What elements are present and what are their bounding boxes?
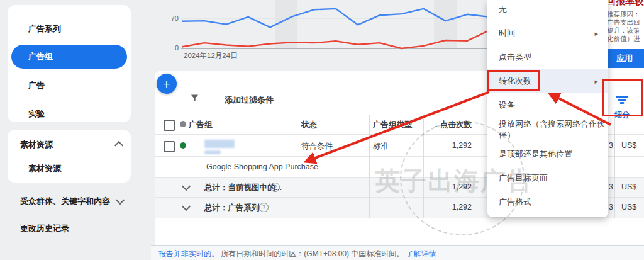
cell-clicks: 1,292 [415, 203, 472, 212]
column-header-status[interactable]: 状态 [301, 120, 317, 130]
sidebar-item-experiments[interactable]: 实验 [28, 108, 45, 120]
submenu-arrow-icon: ▸ [594, 77, 598, 86]
sidebar-item-assets-sub[interactable]: 素材资源 [28, 163, 61, 174]
cell-clicks: – [415, 162, 472, 171]
menu-item-none[interactable]: 无 [487, 0, 608, 21]
column-header-clicks[interactable]: ↓ 点击次数 [409, 120, 472, 130]
sidebar-assets-card: 素材资源 素材资源 [8, 130, 131, 183]
menu-item-network[interactable]: 投放网络（含搜索网络合作伙伴） [487, 118, 608, 142]
cell-clicks: 1,292 [415, 141, 472, 150]
cell-clicks: 1,292 [415, 183, 472, 191]
help-icon[interactable]: ? [270, 183, 280, 192]
select-all-checkbox[interactable] [164, 120, 175, 131]
cell-cost: US$ [621, 203, 644, 212]
redacted-ad-group-name[interactable] [204, 140, 235, 148]
annotation-box-conversions [487, 70, 540, 91]
learn-more-link[interactable]: 了解详情 [406, 249, 436, 258]
x-axis-start-date: 2024年12月24日 [184, 51, 238, 60]
google-ads-page: 广告系列 广告组 广告 实验 素材资源 素材资源 受众群体、关键字和内容 更改历… [0, 0, 644, 260]
recommendation-line: 提升，该策 [607, 26, 640, 35]
menu-item-device[interactable]: 设备 [487, 93, 608, 117]
plus-icon: + [163, 77, 170, 91]
summary-label-campaigns: 总计：广告系列 [204, 203, 260, 213]
chevron-down-icon[interactable] [116, 196, 125, 205]
column-header-ad-group[interactable]: 广告组 [189, 120, 213, 130]
chevron-up-icon[interactable] [114, 141, 123, 150]
cell-ad-group-type: 标准 [373, 141, 389, 152]
annotation-box-segment [602, 79, 643, 116]
status-filter-dot-icon[interactable] [180, 121, 186, 127]
redacted-ad-group-subtext [204, 150, 221, 154]
menu-item-click-type[interactable]: 点击类型 [487, 45, 608, 69]
sidebar-item-audiences[interactable]: 受众群体、关键字和内容 [20, 196, 110, 207]
menu-item-top-vs-other[interactable]: 是顶部还是其他位置 [487, 142, 608, 166]
cell-cost: US$ [621, 141, 644, 150]
recommendation-line: 推荐原因： [607, 10, 640, 18]
sort-desc-icon: ↓ [434, 120, 438, 129]
cell-status: 符合条件 [301, 141, 333, 152]
recommendation-title: 回报率较 [606, 0, 644, 8]
help-icon[interactable]: ? [259, 203, 269, 212]
submenu-arrow-icon: ▸ [594, 30, 598, 38]
recommendation-line: 化价值）进 [607, 35, 640, 43]
segment-dropdown-menu: 无 时间▸ 点击类型 转化次数▸ 设备 投放网络（含搜索网络合作伙伴） 是顶部还… [487, 0, 608, 217]
recommendation-card: 回报率较 推荐原因： 广告支出回 提升，该策 化价值）进 应用 [604, 0, 644, 71]
sidebar-item-change-history[interactable]: 更改历史记录 [20, 223, 69, 234]
row-checkbox[interactable] [164, 141, 175, 152]
cell-conversion-action[interactable]: Google Shopping App Purchase [206, 162, 318, 171]
menu-item-time[interactable]: 时间▸ [487, 21, 608, 45]
menu-item-ad-destination[interactable]: 广告目标页面 [487, 166, 608, 190]
recommendation-line: 广告支出回 [607, 18, 640, 26]
sidebar-section-assets[interactable]: 素材资源 [20, 139, 53, 150]
y-axis-tick-0: 0 [162, 44, 179, 52]
not-realtime-link[interactable]: 报告并非实时的。 [158, 249, 219, 258]
timezone-text: 所有日期和时间的时区：(GMT+08:00) 中国标准时间。 [221, 249, 404, 258]
filter-funnel-icon[interactable] [189, 93, 200, 103]
y-axis-tick-70: 70 [162, 14, 179, 22]
sidebar-item-ads[interactable]: 广告 [28, 80, 45, 91]
cell-cost: US$ [621, 183, 644, 191]
apply-button[interactable]: 应用 [606, 49, 644, 68]
status-enabled-dot-icon [180, 142, 186, 149]
menu-item-ad-format[interactable]: 广告格式 [487, 190, 608, 214]
column-header-ad-group-type[interactable]: 广告组类型 [373, 120, 413, 130]
report-footer: 报告并非实时的。 所有日期和时间的时区：(GMT+08:00) 中国标准时间。 … [151, 245, 644, 260]
add-fab-button[interactable]: + [157, 74, 177, 94]
add-filter-button[interactable]: 添加过滤条件 [225, 94, 274, 106]
